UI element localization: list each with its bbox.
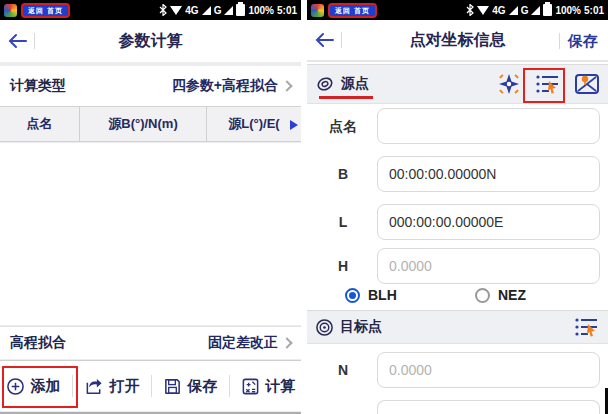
title-bar: 参数计算 xyxy=(0,20,301,62)
target-point-section-header: 目标点 xyxy=(307,310,608,344)
red-underline xyxy=(319,96,373,99)
open-button-label: 打开 xyxy=(110,377,140,396)
calculate-button[interactable]: 计算 xyxy=(241,377,296,396)
divider xyxy=(559,33,560,49)
network-g-label: G xyxy=(521,5,529,16)
h-height-input[interactable] xyxy=(377,248,600,284)
app-logo-icon xyxy=(4,4,17,17)
page-title: 参数计算 xyxy=(0,31,301,52)
h-label: H xyxy=(311,258,375,274)
status-bar: 返回 首页 4G G 100% 5:01 xyxy=(307,0,608,20)
n-label: N xyxy=(311,362,375,378)
l-longitude-input[interactable] xyxy=(377,204,600,240)
network-4g-label: 4G xyxy=(492,5,505,16)
network-g-label: G xyxy=(214,5,222,16)
bottom-toolbar: 添加 打开 保存 计算 xyxy=(0,360,301,411)
point-list-picker-icon[interactable] xyxy=(574,315,600,339)
divider xyxy=(72,375,73,397)
left-screen-parameter-calculation: 返回 首页 4G G 100% 5:01 参数计算 计算类型 四参数+高程 xyxy=(0,0,301,414)
wifi-icon xyxy=(170,6,182,15)
save-action-label: 保存 xyxy=(568,32,598,51)
title-bar: 点对坐标信息 保存 xyxy=(307,20,608,62)
wifi-icon xyxy=(477,6,489,15)
target-point-icon xyxy=(315,318,334,337)
save-action[interactable]: 保存 xyxy=(559,20,598,62)
add-circle-icon xyxy=(6,377,25,396)
point-name-input[interactable] xyxy=(377,108,600,144)
target-point-actions xyxy=(574,315,600,339)
chevron-right-icon xyxy=(281,337,292,348)
divider xyxy=(151,375,152,397)
map-image-icon[interactable] xyxy=(574,72,600,96)
signal-g-icon xyxy=(531,6,540,15)
points-table-header: 点名 源B(°)/N(m) 源L(°)/E( xyxy=(0,106,301,142)
radio-blh[interactable]: BLH xyxy=(345,287,397,303)
clock: 5:01 xyxy=(277,5,297,16)
add-button-label: 添加 xyxy=(31,377,61,396)
point-list-picker-icon[interactable] xyxy=(535,72,561,96)
add-button[interactable]: 添加 xyxy=(6,377,61,396)
signal-4g-icon xyxy=(509,6,518,15)
save-button-label: 保存 xyxy=(188,377,218,396)
signal-g-icon xyxy=(224,6,233,15)
col-point-name[interactable]: 点名 xyxy=(0,107,80,141)
source-point-section-header: 源点 xyxy=(307,64,608,104)
save-button[interactable]: 保存 xyxy=(163,377,218,396)
calc-type-label: 计算类型 xyxy=(10,77,66,95)
points-table-empty-body[interactable] xyxy=(0,143,301,325)
compass-locate-icon[interactable] xyxy=(496,71,522,97)
divider xyxy=(229,375,230,397)
more-columns-icon[interactable] xyxy=(290,120,298,130)
source-point-icon xyxy=(315,74,335,94)
b-latitude-input[interactable] xyxy=(377,156,600,192)
target-point-label: 目标点 xyxy=(340,318,382,336)
network-4g-label: 4G xyxy=(185,5,198,16)
open-file-icon xyxy=(84,377,104,396)
calc-type-value: 四参数+高程拟合 xyxy=(172,77,278,95)
battery-percent: 100% xyxy=(555,5,581,16)
l-label: L xyxy=(311,214,375,230)
floppy-save-icon xyxy=(163,377,182,396)
elevation-fitting-row[interactable]: 高程拟合 固定差改正 xyxy=(0,326,301,359)
signal-4g-icon xyxy=(202,6,211,15)
return-home-button[interactable]: 返回 首页 xyxy=(328,3,377,18)
point-name-label: 点名 xyxy=(311,118,375,136)
status-bar: 返回 首页 4G G 100% 5:01 xyxy=(0,0,301,20)
n-northing-input[interactable] xyxy=(377,352,600,388)
dual-screenshot-canvas: 返回 首页 4G G 100% 5:01 参数计算 计算类型 四参数+高程 xyxy=(0,0,608,414)
bluetooth-icon xyxy=(159,4,167,16)
elevation-fitting-value: 固定差改正 xyxy=(208,334,278,352)
source-point-label: 源点 xyxy=(341,75,369,93)
radio-nez-label: NEZ xyxy=(498,287,526,303)
radio-selected-icon xyxy=(345,288,360,303)
elevation-fitting-label: 高程拟合 xyxy=(10,334,66,352)
col-source-b-n[interactable]: 源B(°)/N(m) xyxy=(80,107,207,141)
status-icons: 4G G 100% 5:01 xyxy=(466,4,604,16)
col-source-l-e[interactable]: 源L(°)/E( xyxy=(207,107,301,141)
app-logo-icon xyxy=(311,4,324,17)
coordinate-mode-radios: BLH NEZ xyxy=(307,287,608,309)
battery-icon xyxy=(543,4,552,16)
status-icons: 4G G 100% 5:01 xyxy=(159,4,297,16)
calc-type-row[interactable]: 计算类型 四参数+高程拟合 xyxy=(0,66,301,106)
battery-percent: 100% xyxy=(248,5,274,16)
calculator-icon xyxy=(241,377,260,396)
battery-icon xyxy=(236,4,245,16)
b-label: B xyxy=(311,166,375,182)
calculate-button-label: 计算 xyxy=(266,377,296,396)
open-button[interactable]: 打开 xyxy=(84,377,140,396)
e-easting-input-partial[interactable] xyxy=(377,400,600,414)
source-point-actions xyxy=(496,71,600,97)
clock: 5:01 xyxy=(584,5,604,16)
radio-blh-label: BLH xyxy=(368,287,397,303)
bluetooth-icon xyxy=(466,4,474,16)
radio-unselected-icon xyxy=(475,288,490,303)
radio-nez[interactable]: NEZ xyxy=(475,287,526,303)
col-source-l-e-label: 源L(°)/E( xyxy=(228,115,279,133)
right-screen-point-pair-coordinates: 返回 首页 4G G 100% 5:01 点对坐标信息 保存 xyxy=(307,0,608,414)
chevron-right-icon xyxy=(281,80,292,91)
return-home-button[interactable]: 返回 首页 xyxy=(21,3,70,18)
